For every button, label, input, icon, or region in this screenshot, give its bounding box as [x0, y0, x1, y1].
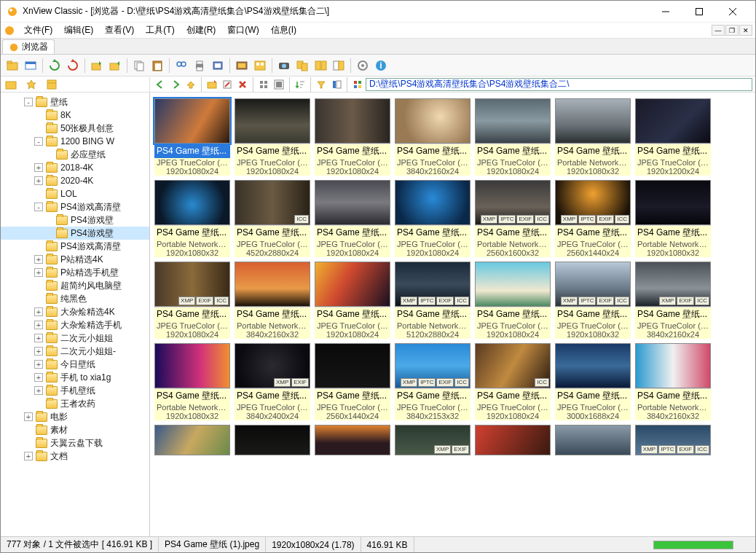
tree-item[interactable]: +电影 — [1, 410, 149, 423]
tree-item[interactable]: +手机 to xia1g — [1, 371, 149, 384]
tree-item[interactable]: +大杂烩精选手机 — [1, 318, 149, 332]
expand-icon[interactable]: + — [34, 334, 43, 342]
thumbnail-image[interactable] — [315, 262, 390, 307]
delete-button[interactable] — [235, 77, 250, 92]
batch-button[interactable] — [312, 57, 329, 74]
expand-icon[interactable]: + — [34, 255, 43, 264]
tree-item[interactable]: 素材 — [1, 423, 149, 436]
expand-icon[interactable]: + — [34, 347, 43, 356]
thumbnail-image[interactable]: ICC — [475, 343, 551, 388]
thumbnail-item[interactable]: PS4 Game 壁纸...JPEG TrueColor (v1.11920x1… — [154, 98, 230, 176]
tree-item[interactable]: +P站精选4K — [1, 253, 149, 266]
thumbnail-item[interactable]: PS4 Game 壁纸...JPEG TrueColor (v1.13840x2… — [395, 98, 470, 176]
thumbnail-image[interactable] — [555, 98, 631, 144]
expand-icon[interactable]: + — [34, 321, 43, 329]
tree-item[interactable]: +二次元小姐姐- — [1, 345, 149, 358]
menu-item[interactable]: 查看(V) — [99, 23, 140, 36]
thumbnail-item[interactable]: PS4 Game 壁纸...Portable Network Gr...1920… — [635, 180, 711, 257]
tree-item[interactable]: +二次元小姐姐 — [1, 332, 149, 345]
layout-button[interactable] — [329, 77, 344, 92]
rename-button[interactable] — [220, 77, 235, 92]
tree-item[interactable]: 50张极具创意 — [1, 122, 149, 135]
expand-icon[interactable]: + — [34, 386, 43, 395]
tree-item[interactable]: PS4游戏壁 — [1, 227, 149, 240]
thumbnail-item[interactable]: PS4 Game 壁纸...JPEG TrueColor (v1.11920x1… — [635, 98, 711, 176]
thumbnail-image[interactable] — [315, 425, 390, 455]
view-details-button[interactable] — [256, 77, 271, 92]
thumbnail-item[interactable]: PS4 Game 壁纸...Portable Network Gr...1920… — [555, 98, 631, 176]
tree-item[interactable]: -PS4游戏高清壁 — [1, 200, 149, 213]
thumbnail-image[interactable]: XMPIPTCEXIFICC — [395, 343, 470, 388]
thumbnail-image[interactable] — [395, 180, 470, 225]
slideshow-button[interactable] — [233, 57, 251, 74]
thumbnail-item[interactable]: PS4 Game 壁纸...JPEG TrueColor (v1.11920x1… — [315, 262, 390, 339]
thumbnail-image[interactable] — [395, 98, 470, 144]
categories-button[interactable] — [44, 77, 59, 92]
thumbnail-image[interactable] — [235, 425, 310, 455]
mdi-close-button[interactable]: ✕ — [739, 25, 752, 36]
menu-item[interactable]: 工具(T) — [140, 23, 180, 36]
thumbnail-image[interactable]: XMPEXIF — [395, 425, 470, 455]
thumbnail-item[interactable] — [475, 425, 551, 455]
thumbnail-item[interactable]: PS4 Game 壁纸...JPEG TrueColor (v1.12560x1… — [315, 343, 390, 420]
thumbnail-item[interactable]: XMPEXIFPS4 Game 壁纸...JPEG TrueColor (v1.… — [235, 343, 310, 420]
thumbnail-item[interactable]: PS4 Game 壁纸...Portable Network Gr...3840… — [635, 343, 711, 420]
tree-item[interactable]: LOL — [1, 187, 149, 200]
thumbnail-image[interactable] — [635, 180, 711, 225]
thumbnail-image[interactable] — [635, 343, 711, 388]
expand-icon[interactable]: + — [34, 163, 43, 172]
tree-item[interactable]: +今日壁纸 — [1, 358, 149, 371]
tree-item[interactable]: -1200 BING W — [1, 135, 149, 148]
collapse-icon[interactable]: - — [34, 203, 43, 211]
import-button[interactable] — [88, 57, 106, 74]
thumbnail-item[interactable]: XMPEXIFICCPS4 Game 壁纸...JPEG TrueColor (… — [635, 262, 711, 339]
up-button[interactable] — [184, 77, 198, 92]
expand-icon[interactable]: + — [34, 268, 43, 277]
tree-item[interactable]: 必应壁纸 — [1, 148, 149, 161]
paste-button[interactable] — [149, 57, 166, 74]
mdi-restore-button[interactable]: ❐ — [725, 25, 739, 36]
thumbnail-image[interactable]: XMPIPTCEXIFICC — [395, 262, 470, 307]
tree-item[interactable]: +P站精选手机壁 — [1, 266, 149, 279]
thumbnail-image[interactable] — [235, 262, 310, 307]
thumbnail-image[interactable]: XMPIPTCEXIFICC — [475, 180, 551, 225]
menu-item[interactable]: 创建(R) — [181, 23, 222, 36]
tree-item[interactable]: +手机壁纸 — [1, 384, 149, 397]
thumbnail-item[interactable]: PS4 Game 壁纸...Portable Network Gr...1920… — [154, 343, 230, 420]
thumbnail-image[interactable] — [154, 343, 230, 388]
tree-item[interactable]: 天翼云盘下载 — [1, 436, 149, 450]
thumbnail-item[interactable]: PS4 Game 壁纸...JPEG TrueColor (v1.11920x1… — [475, 98, 551, 176]
webpage-button[interactable] — [251, 57, 269, 74]
maximize-button[interactable] — [682, 1, 716, 23]
sort-button[interactable] — [293, 77, 307, 92]
tree-item[interactable]: +2018-4K — [1, 161, 149, 174]
forward-button[interactable] — [168, 77, 183, 92]
expand-icon[interactable]: + — [34, 307, 43, 316]
close-button[interactable] — [716, 1, 749, 23]
thumbnail-image[interactable] — [315, 343, 390, 388]
thumbnail-image[interactable] — [475, 425, 551, 455]
thumbnail-item[interactable]: XMPIPTCEXIFICC — [635, 425, 711, 455]
tree-item[interactable]: +文档 — [1, 450, 149, 463]
thumbnail-item[interactable] — [555, 425, 631, 455]
tree-item[interactable]: 纯黑色 — [1, 292, 149, 305]
export-button[interactable] — [106, 57, 124, 74]
thumbnail-image[interactable] — [635, 98, 711, 144]
folders-tab-button[interactable] — [4, 77, 18, 92]
thumbnail-image[interactable] — [154, 98, 230, 144]
thumbnail-image[interactable] — [315, 180, 390, 225]
new-folder-button[interactable] — [205, 77, 219, 92]
thumbnail-image[interactable] — [475, 262, 551, 307]
tree-item[interactable]: 超简约风电脑壁 — [1, 279, 149, 292]
thumbnail-image[interactable]: XMPIPTCEXIFICC — [555, 262, 631, 307]
filter-button[interactable] — [314, 77, 328, 92]
tree-item[interactable]: 8K — [1, 109, 149, 122]
thumbnail-item[interactable]: XMPEXIFICCPS4 Game 壁纸...JPEG TrueColor (… — [154, 262, 230, 339]
thumbnail-item[interactable] — [154, 425, 230, 455]
thumbnail-image[interactable] — [235, 98, 310, 144]
expand-icon[interactable]: + — [24, 412, 33, 421]
thumbnail-item[interactable] — [235, 425, 310, 455]
thumbnail-item[interactable]: ICCPS4 Game 壁纸...JPEG TrueColor (v1.1192… — [475, 343, 551, 420]
thumbnail-image[interactable] — [475, 98, 551, 144]
tree-item[interactable]: -壁纸 — [1, 95, 149, 109]
